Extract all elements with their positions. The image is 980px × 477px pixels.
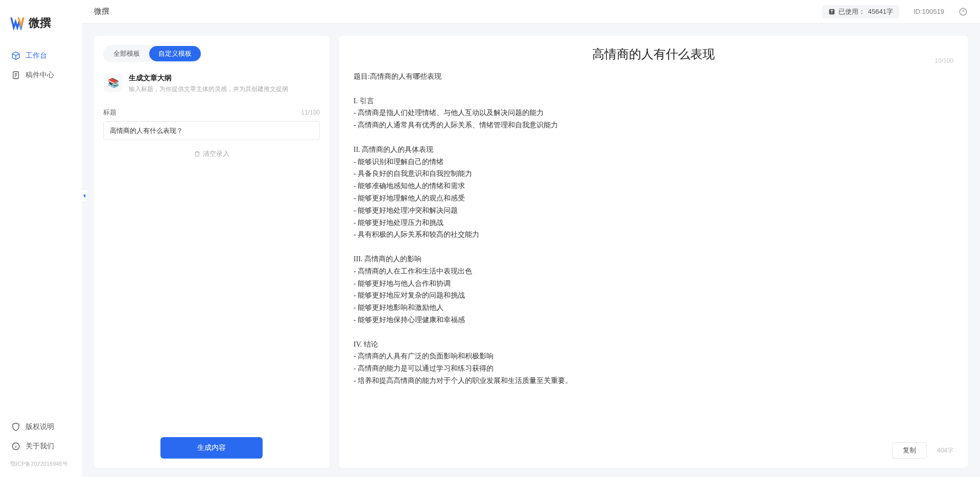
logo-icon xyxy=(10,16,25,30)
info-icon xyxy=(11,442,20,451)
power-icon[interactable] xyxy=(959,7,968,16)
title-field-counter: 11/100 xyxy=(301,109,320,116)
output-body[interactable]: 题目:高情商的人有哪些表现 I. 引言 - 高情商是指人们处理情绪、与他人互动以… xyxy=(354,71,953,436)
template-tabs: 全部模板 自定义模板 xyxy=(103,45,202,62)
generate-button[interactable]: 生成内容 xyxy=(160,437,263,459)
copy-button[interactable]: 复制 xyxy=(892,442,927,459)
usage-badge: 已使用：45641字 xyxy=(822,5,899,18)
nav-drafts[interactable]: 稿件中心 xyxy=(0,65,82,85)
nav-workbench[interactable]: 工作台 xyxy=(0,46,82,65)
template-title: 生成文章大纲 xyxy=(129,74,288,83)
nav-label: 稿件中心 xyxy=(26,71,54,80)
text-icon xyxy=(828,8,835,15)
output-panel: 高情商的人有什么表现 10/100 题目:高情商的人有哪些表现 I. 引言 - … xyxy=(339,36,968,468)
input-panel: 全部模板 自定义模板 📚 生成文章大纲 输入标题，为你提供文章主体的灵感，并为其… xyxy=(94,36,329,468)
topbar-title: 微撰 xyxy=(94,7,109,16)
title-input[interactable] xyxy=(103,121,320,140)
template-books-icon: 📚 xyxy=(104,74,123,92)
nav-copyright[interactable]: 版权说明 xyxy=(0,417,82,437)
icp-link[interactable]: 鄂ICP备2022016946号 xyxy=(0,456,82,472)
logo: 微撰 xyxy=(0,10,82,46)
clear-input-button[interactable]: 清空录入 xyxy=(103,149,320,158)
usage-value: 45641字 xyxy=(868,7,893,16)
logo-text: 微撰 xyxy=(29,15,51,31)
nav-label: 版权说明 xyxy=(26,422,54,431)
sidebar-collapse-handle[interactable] xyxy=(81,189,88,202)
chevron-left-icon xyxy=(82,193,87,198)
title-field-label: 标题 xyxy=(103,108,116,117)
output-title-counter: 10/100 xyxy=(935,57,953,64)
output-title[interactable]: 高情商的人有什么表现 xyxy=(354,46,953,62)
user-id: ID:100519 xyxy=(914,8,944,15)
nav-about[interactable]: 关于我们 xyxy=(0,437,82,456)
sidebar: 微撰 工作台 稿件中心 版权说明 关于我们 鄂ICP备2022016946号 xyxy=(0,0,82,477)
template-desc: 输入标题，为你提供文章主体的灵感，并为其创建推文提纲 xyxy=(129,85,288,94)
template-card: 📚 生成文章大纲 输入标题，为你提供文章主体的灵感，并为其创建推文提纲 xyxy=(103,72,320,103)
nav-label: 关于我们 xyxy=(26,442,54,451)
trash-icon xyxy=(194,150,201,157)
tab-all-templates[interactable]: 全部模板 xyxy=(104,46,149,61)
usage-prefix: 已使用： xyxy=(838,7,865,16)
shield-icon xyxy=(11,422,20,431)
clear-label: 清空录入 xyxy=(203,149,229,158)
topbar: 微撰 已使用：45641字 ID:100519 xyxy=(82,0,980,24)
output-word-count: 404字 xyxy=(937,446,953,455)
cube-icon xyxy=(11,51,20,60)
nav-label: 工作台 xyxy=(26,51,47,60)
document-icon xyxy=(11,71,20,80)
tab-custom-templates[interactable]: 自定义模板 xyxy=(149,46,201,61)
